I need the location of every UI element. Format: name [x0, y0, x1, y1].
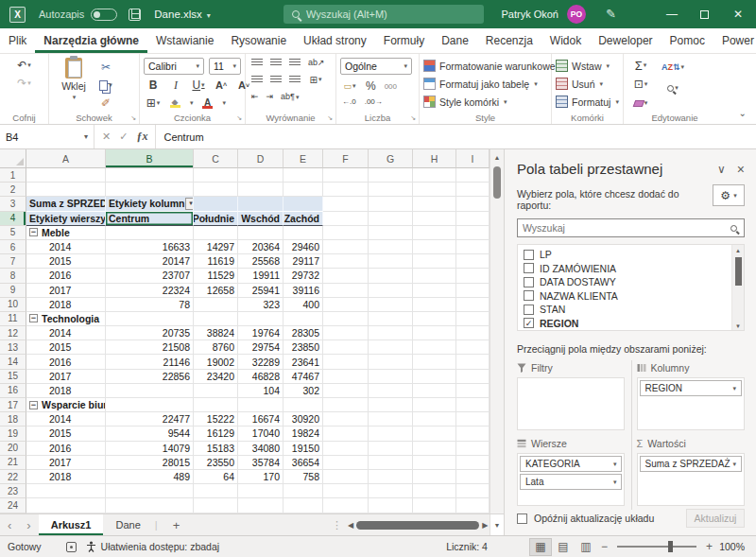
- tab-overflow-dots[interactable]: ⋮: [332, 519, 342, 531]
- ribbon-tab-power-pivot[interactable]: Power Pivot: [713, 28, 756, 53]
- checkbox[interactable]: [524, 263, 534, 273]
- cancel-entry-icon[interactable]: ✕: [102, 131, 111, 143]
- cell-F6[interactable]: [323, 240, 369, 254]
- cell-C14[interactable]: 19002: [194, 355, 238, 369]
- cell-A9[interactable]: 2017: [26, 284, 106, 298]
- cell-B15[interactable]: 22856: [106, 370, 194, 384]
- field-item-region[interactable]: ✓REGION: [524, 317, 729, 331]
- cell-E12[interactable]: 28305: [284, 326, 323, 340]
- cell-I19[interactable]: [456, 426, 490, 441]
- row-header-21[interactable]: 21: [0, 456, 26, 470]
- cell-C18[interactable]: 15222: [194, 412, 238, 426]
- cell-F12[interactable]: [323, 326, 369, 340]
- cell-B4[interactable]: Centrum: [106, 212, 194, 226]
- cell-H5[interactable]: [413, 226, 456, 240]
- cell-C10[interactable]: [194, 298, 238, 312]
- field-item-nazwa-klienta[interactable]: NAZWA KLIENTA: [524, 289, 729, 304]
- ribbon-tab-pomoc[interactable]: Pomoc: [662, 28, 713, 53]
- column-header-E[interactable]: E: [284, 149, 323, 168]
- cell-D14[interactable]: 32289: [238, 355, 284, 369]
- cell-F1[interactable]: [323, 168, 369, 183]
- align-bottom-button[interactable]: [289, 59, 301, 67]
- vertical-scrollbar[interactable]: ▲: [490, 149, 504, 513]
- cell-D16[interactable]: 104: [238, 384, 284, 398]
- cell-H3[interactable]: [413, 197, 456, 211]
- cell-B17[interactable]: [106, 398, 194, 412]
- cell-F23[interactable]: [323, 484, 369, 498]
- ribbon-tab-dane[interactable]: Dane: [433, 28, 477, 53]
- defer-checkbox[interactable]: [517, 513, 527, 524]
- scroll-right-icon[interactable]: ▶: [482, 521, 488, 530]
- cell-B21[interactable]: 28015: [106, 456, 194, 470]
- cell-E17[interactable]: [284, 398, 323, 412]
- cell-H1[interactable]: [413, 168, 456, 183]
- cell-D8[interactable]: 19911: [238, 269, 284, 283]
- cell-A22[interactable]: 2018: [26, 470, 106, 484]
- cell-B5[interactable]: [106, 226, 194, 240]
- field-item-lp[interactable]: LP: [524, 248, 729, 262]
- row-header-17[interactable]: 17: [0, 398, 26, 412]
- cell-B10[interactable]: 78: [106, 298, 194, 312]
- format-as-table-button[interactable]: Formatuj jako tabelę▾: [423, 76, 547, 92]
- delete-cells-button[interactable]: Usuń▾: [556, 76, 619, 92]
- redo-button[interactable]: ↷▾: [17, 76, 32, 91]
- cell-E22[interactable]: 758: [284, 470, 323, 484]
- row-header-1[interactable]: 1: [0, 168, 26, 183]
- currency-format-button[interactable]: ▭▾: [342, 78, 357, 94]
- cell-H15[interactable]: [413, 370, 456, 384]
- cell-H24[interactable]: [413, 498, 456, 513]
- collapse-ribbon-icon[interactable]: ⌄: [739, 108, 747, 118]
- fill-color-chevron[interactable]: ▾: [190, 99, 194, 107]
- row-header-4[interactable]: 4: [0, 212, 26, 226]
- cell-G13[interactable]: [369, 340, 413, 355]
- comma-format-button[interactable]: 000: [385, 82, 397, 91]
- cell-E20[interactable]: 19150: [284, 442, 323, 456]
- cell-B18[interactable]: 22477: [106, 412, 194, 426]
- cell-B2[interactable]: [106, 183, 194, 197]
- cell-I4[interactable]: [456, 212, 490, 226]
- cell-D11[interactable]: [238, 312, 284, 326]
- cell-D2[interactable]: [238, 183, 284, 197]
- select-all-corner[interactable]: [0, 149, 26, 168]
- font-size-select[interactable]: 11▾: [209, 58, 241, 75]
- copy-button[interactable]: ▾: [98, 78, 113, 93]
- cell-C5[interactable]: [194, 226, 238, 240]
- cell-H4[interactable]: [413, 212, 456, 226]
- cell-D22[interactable]: 170: [238, 470, 284, 484]
- zoom-slider[interactable]: [617, 546, 696, 548]
- ribbon-tab-układ-strony[interactable]: Układ strony: [295, 28, 375, 53]
- bold-button[interactable]: B: [146, 78, 161, 93]
- cell-A1[interactable]: [26, 168, 106, 183]
- cell-H22[interactable]: [413, 470, 456, 484]
- cell-A20[interactable]: 2016: [26, 442, 106, 456]
- cell-A4[interactable]: Etykiety wierszy▾: [26, 212, 106, 226]
- normal-view-button[interactable]: ▦: [529, 538, 552, 556]
- page-break-view-button[interactable]: ▥: [575, 538, 597, 556]
- row-header-18[interactable]: 18: [0, 412, 26, 426]
- cell-G20[interactable]: [369, 442, 413, 456]
- cell-B16[interactable]: [106, 384, 194, 398]
- cell-H17[interactable]: [413, 398, 456, 412]
- name-box[interactable]: B4▾: [0, 125, 94, 148]
- cell-G12[interactable]: [369, 326, 413, 340]
- excel-app-icon[interactable]: X: [9, 7, 26, 23]
- cell-D10[interactable]: 323: [238, 298, 284, 312]
- cell-I8[interactable]: [456, 269, 490, 283]
- collapse-minus-icon[interactable]: −: [29, 228, 38, 236]
- cell-F5[interactable]: [323, 226, 369, 240]
- row-header-16[interactable]: 16: [0, 384, 26, 398]
- ribbon-tab-widok[interactable]: Widok: [541, 28, 590, 53]
- dialog-launcher-icon[interactable]: ↘: [327, 114, 333, 122]
- cell-I16[interactable]: [456, 384, 490, 398]
- cell-C15[interactable]: 23420: [194, 370, 238, 384]
- cell-H7[interactable]: [413, 254, 456, 269]
- cell-D24[interactable]: [238, 498, 284, 513]
- cell-G15[interactable]: [369, 370, 413, 384]
- row-header-9[interactable]: 9: [0, 284, 26, 298]
- cell-G16[interactable]: [369, 384, 413, 398]
- cell-I13[interactable]: [456, 340, 490, 355]
- tools-button[interactable]: ⚙▾: [713, 184, 745, 206]
- column-header-I[interactable]: I: [456, 149, 490, 168]
- cell-D12[interactable]: 19764: [238, 326, 284, 340]
- cell-E13[interactable]: 23850: [284, 340, 323, 355]
